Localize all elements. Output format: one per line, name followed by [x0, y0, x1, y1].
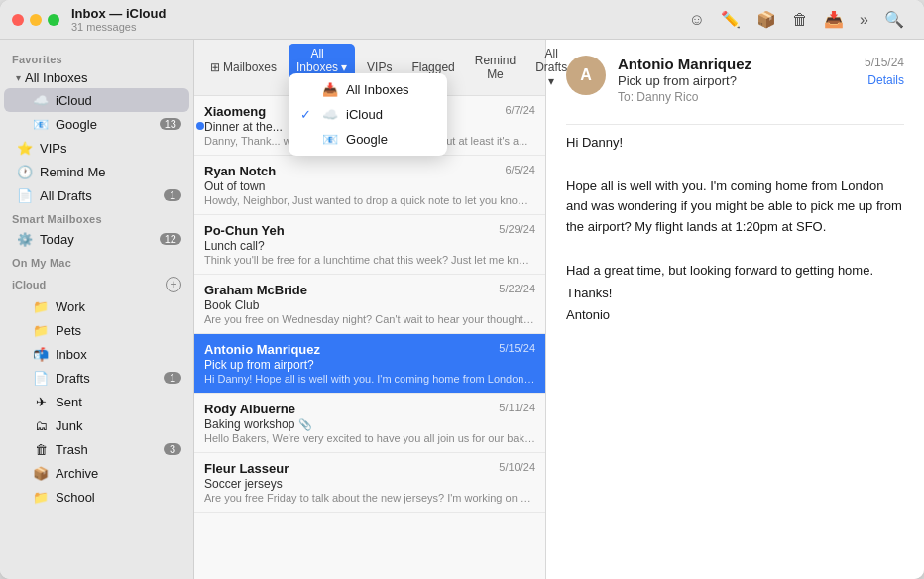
detail-body-line: Hi Danny! [566, 133, 904, 154]
google-icon: 📧 [32, 115, 50, 133]
sidebar-item-sent[interactable]: ✈ Sent [4, 390, 189, 413]
folder-label: Drafts [56, 371, 164, 386]
today-icon: ⚙️ [16, 230, 34, 248]
email-item-header: Graham McBride 5/22/24 [204, 283, 535, 297]
sidebar-item-inbox[interactable]: 📬 Inbox [4, 342, 189, 366]
folder-label: School [56, 490, 181, 505]
detail-to: To: Danny Rico [618, 90, 865, 104]
details-button[interactable]: Details [867, 73, 904, 87]
flag-icon[interactable]: ☺ [689, 11, 705, 29]
detail-date: 5/15/24 [865, 56, 904, 69]
sidebar-item-icloud[interactable]: ☁️ iCloud [4, 88, 189, 112]
email-item[interactable]: Fleur Lasseur 5/10/24 Soccer jerseys Are… [194, 453, 545, 513]
sidebar-item-all-inboxes[interactable]: ▾ All Inboxes [4, 67, 189, 88]
email-date: 5/10/24 [499, 461, 535, 473]
email-preview: Are you free on Wednesday night? Can't w… [204, 313, 535, 325]
dropdown-item-icloud[interactable]: ✓ ☁️ iCloud [289, 102, 447, 127]
check-icon: ✓ [300, 107, 314, 122]
inbox-icon: ☁️ [322, 107, 338, 122]
sidebar-item-remind-me[interactable]: 🕐 Remind Me [4, 160, 189, 183]
sidebar-item-vips[interactable]: ⭐ VIPs [4, 136, 189, 160]
mailboxes-label: Mailboxes [223, 60, 277, 74]
vips-label: VIPs [40, 141, 181, 156]
toolbar: ☺ ✏️ 📦 🗑 📥 » 🔍 [689, 10, 912, 29]
move-icon[interactable]: 📥 [824, 10, 844, 29]
trash-icon[interactable]: 🗑 [792, 11, 808, 29]
vips-tab-label: VIPs [367, 60, 392, 74]
folder-icon: 📬 [32, 345, 50, 363]
flagged-tab-label: Flagged [411, 60, 454, 74]
email-sender: Po-Chun Yeh [204, 223, 491, 238]
add-mailbox-button[interactable]: + [166, 277, 181, 292]
sidebar-item-archive[interactable]: 📦 Archive [4, 461, 189, 485]
inbox-icon: 📧 [322, 132, 338, 147]
email-date: 6/7/24 [505, 104, 535, 116]
email-item-header: Ryan Notch 6/5/24 [204, 164, 535, 178]
email-preview: Howdy, Neighbor, Just wanted to drop a q… [204, 194, 535, 206]
today-label: Today [40, 232, 160, 247]
email-subject: Book Club [204, 298, 535, 312]
email-list: Xiaomeng 6/7/24 Dinner at the... Danny, … [194, 96, 545, 579]
attachment-icon: 📎 [298, 418, 312, 430]
dropdown-chevron-icon: ▾ [341, 60, 347, 74]
drafts-icon: 📄 [16, 186, 34, 204]
email-sender: Fleur Lasseur [204, 461, 491, 476]
remind-me-tab[interactable]: Remind Me [467, 51, 523, 84]
dropdown-item-google[interactable]: 📧 Google [289, 127, 447, 152]
archive-icon[interactable]: 📦 [756, 10, 776, 29]
email-item[interactable]: Ryan Notch 6/5/24 Out of town Howdy, Nei… [194, 156, 545, 215]
maximize-button[interactable] [48, 14, 59, 26]
icloud-icon: ☁️ [32, 91, 50, 109]
star-icon: ⭐ [16, 139, 34, 157]
titlebar: Inbox — iCloud 31 messages ☺ ✏️ 📦 🗑 📥 » … [0, 0, 924, 40]
close-button[interactable] [12, 14, 24, 26]
email-preview: Think you'll be free for a lunchtime cha… [204, 254, 535, 266]
dropdown-label: iCloud [346, 107, 383, 122]
sidebar-item-today[interactable]: ⚙️ Today 12 [4, 227, 189, 251]
email-tabs-container: ⊞ Mailboxes All Inboxes - iCloud ▾ 📥 All… [194, 40, 545, 96]
window-title: Inbox — iCloud [71, 6, 166, 21]
sidebar-item-drafts[interactable]: 📄 Drafts 1 [4, 366, 189, 390]
unread-indicator [196, 122, 204, 130]
folder-label: Work [56, 299, 181, 314]
remind-me-tab-label: Remind Me [475, 54, 516, 81]
compose-icon[interactable]: ✏️ [721, 10, 741, 29]
sidebar-item-junk[interactable]: 🗂 Junk [4, 413, 189, 437]
sidebar-item-school[interactable]: 📁 School [4, 485, 189, 509]
email-subject: Out of town [204, 179, 535, 193]
all-inboxes-tab-wrapper: All Inboxes - iCloud ▾ 📥 All Inboxes ✓ ☁… [289, 44, 355, 91]
email-item[interactable]: Antonio Manriquez 5/15/24 Pick up from a… [194, 334, 545, 394]
email-item[interactable]: Rody Albuerne 5/11/24 Baking workshop 📎 … [194, 394, 545, 453]
clock-icon: 🕐 [16, 163, 34, 180]
sidebar-folders: 📁 Work 📁 Pets 📬 Inbox 📄 Drafts 1 ✈ Sent … [0, 294, 193, 509]
more-icon[interactable]: » [860, 11, 868, 29]
message-count: 31 messages [71, 21, 166, 33]
remind-me-label: Remind Me [40, 165, 181, 179]
today-badge: 12 [160, 233, 181, 245]
all-drafts-tab[interactable]: All Drafts ▾ [527, 44, 575, 91]
detail-divider [566, 124, 904, 125]
email-item[interactable]: Po-Chun Yeh 5/29/24 Lunch call? Think yo… [194, 215, 545, 275]
search-icon[interactable]: 🔍 [884, 10, 904, 29]
mailboxes-button[interactable]: ⊞ Mailboxes [202, 58, 285, 77]
sidebar-item-google[interactable]: 📧 Google 13 [4, 112, 189, 136]
detail-header: A Antonio Manriquez Pick up from airport… [566, 56, 904, 104]
sidebar-item-trash[interactable]: 🗑 Trash 3 [4, 437, 189, 461]
email-preview: Are you free Friday to talk about the ne… [204, 492, 535, 504]
inbox-icon: 📥 [322, 82, 338, 97]
on-my-mac-label: On My Mac [0, 251, 193, 271]
email-sender: Ryan Notch [204, 164, 497, 178]
detail-body-line: Thanks! [566, 284, 904, 304]
email-subject: Soccer jerseys [204, 477, 535, 491]
traffic-lights [12, 14, 59, 26]
email-item[interactable]: Graham McBride 5/22/24 Book Club Are you… [194, 275, 545, 334]
google-label: Google [56, 117, 160, 132]
email-item-header: Fleur Lasseur 5/10/24 [204, 461, 535, 476]
sidebar-item-all-drafts[interactable]: 📄 All Drafts 1 [4, 183, 189, 207]
smart-mailboxes-label: Smart Mailboxes [0, 207, 193, 227]
minimize-button[interactable] [30, 14, 42, 26]
dropdown-label: Google [346, 132, 388, 147]
sidebar-item-work[interactable]: 📁 Work [4, 294, 189, 318]
dropdown-item-all-inboxes[interactable]: 📥 All Inboxes [289, 77, 447, 102]
sidebar-item-pets[interactable]: 📁 Pets [4, 318, 189, 342]
